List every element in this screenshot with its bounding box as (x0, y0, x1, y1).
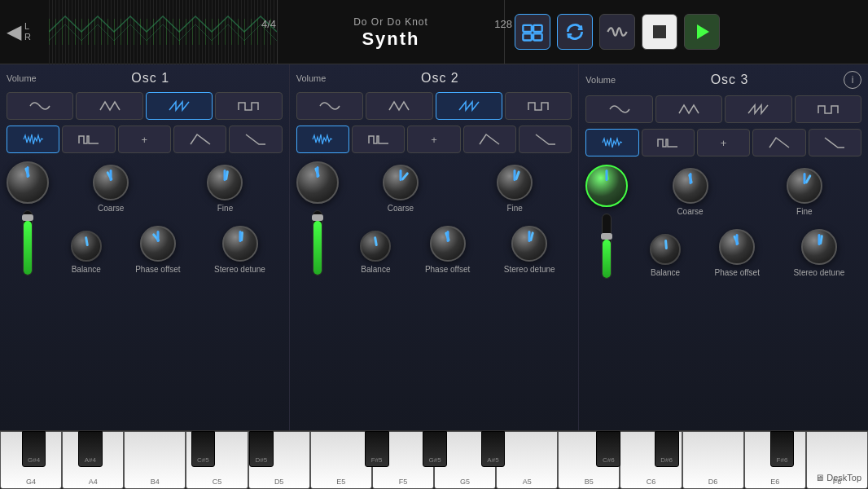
osc1-wave-envd[interactable] (229, 126, 282, 153)
osc2-panel: Volume Osc 2 (290, 64, 580, 430)
osc3-coarse-knob[interactable] (673, 168, 708, 204)
osc2-balance-knob[interactable] (360, 231, 391, 262)
osc2-wave-noise[interactable] (296, 126, 349, 153)
key-As4[interactable]: A#4 (78, 431, 103, 467)
osc1-wave-saw[interactable] (146, 92, 213, 120)
osc1-wave-noise[interactable] (7, 126, 59, 153)
key-A5[interactable]: A5 (496, 431, 558, 489)
key-B4[interactable]: B4 (124, 431, 186, 489)
osc1-coarse-knob[interactable] (93, 165, 129, 200)
osc3-wave-pulse[interactable] (642, 129, 695, 156)
osc3-wave-envd[interactable] (809, 129, 861, 156)
key-F6[interactable]: F6 (806, 431, 868, 489)
play-button[interactable] (684, 14, 720, 50)
osc3-balance-label: Balance (651, 268, 680, 277)
osc3-wave-tri[interactable] (655, 95, 722, 123)
osc3-balance-knob[interactable] (650, 234, 681, 265)
waveform-button[interactable] (599, 14, 635, 50)
osc2-wave-pulse[interactable] (352, 126, 405, 153)
osc3-wave-enva[interactable] (752, 129, 805, 156)
osc2-wave-square[interactable] (505, 92, 572, 120)
lr-labels: L R (24, 21, 31, 42)
key-Gs5[interactable]: G#5 (423, 431, 447, 467)
osc2-wave-enva[interactable] (463, 126, 516, 153)
osc2-title: Osc 2 (326, 71, 554, 86)
key-Cs5[interactable]: C#5 (191, 431, 216, 467)
key-Cs6[interactable]: C#6 (596, 431, 620, 467)
osc2-fine-label: Fine (506, 204, 522, 213)
osc1-wave-buttons (7, 92, 283, 120)
osc1-panel: Volume Osc 1 (0, 64, 290, 430)
sync-button[interactable] (557, 14, 593, 50)
stop-button[interactable] (642, 14, 677, 50)
synth-name: Synth (362, 29, 419, 50)
osc2-phase-knob[interactable] (430, 226, 466, 262)
osc2-vol-label: Volume (296, 73, 327, 83)
osc1-coarse-knob-group: Coarse (93, 165, 129, 213)
key-Gs4[interactable]: G#4 (22, 431, 46, 467)
key-Ds6[interactable]: D#6 (655, 431, 679, 467)
osc1-wave-sine[interactable] (7, 92, 73, 120)
back-button[interactable]: ◀ (7, 20, 21, 43)
osc1-wave-pulse[interactable] (62, 126, 115, 153)
key-Fs6[interactable]: F#6 (770, 431, 795, 467)
osc2-wave-tri[interactable] (366, 92, 432, 120)
key-As5[interactable]: A#5 (481, 431, 506, 467)
osc2-fader[interactable] (313, 210, 322, 275)
osc2-stereo-knob-group: Stereo detune (504, 226, 555, 274)
osc2-wave-saw[interactable] (436, 92, 502, 120)
osc1-phase-knob-group: Phase offset (135, 226, 180, 274)
osc1-fader[interactable] (23, 210, 33, 275)
osc1-wave-tri[interactable] (76, 92, 142, 120)
osc3-stereo-knob-group: Stereo detune (793, 229, 844, 277)
osc1-wave-envplus[interactable]: + (118, 126, 171, 153)
osc3-info-button[interactable]: i (844, 71, 861, 89)
osc2-balance-knob-group: Balance (360, 231, 391, 274)
osc3-phase-knob-group: Phase offset (715, 229, 760, 277)
osc2-balance-label: Balance (361, 265, 390, 274)
osc1-vol-label: Volume (7, 73, 37, 83)
osc3-phase-knob[interactable] (719, 229, 755, 265)
osc1-fine-knob[interactable] (207, 165, 243, 200)
key-D6[interactable]: D6 (682, 431, 744, 489)
svg-marker-5 (697, 24, 709, 39)
osc2-wave-buttons2: + (296, 126, 572, 153)
osc2-header: Volume Osc 2 (296, 71, 572, 86)
osc2-volume-knob[interactable] (296, 161, 339, 204)
osc1-fine-label: Fine (217, 204, 233, 213)
osc1-wave-square[interactable] (215, 92, 282, 120)
osc1-phase-knob[interactable] (140, 226, 176, 262)
osc3-wave-sine[interactable] (585, 95, 652, 123)
song-info: 4/4 Do Or Do Knot 128 Synth (277, 0, 505, 64)
osc3-fine-knob[interactable] (787, 168, 822, 204)
osc2-fine-knob[interactable] (497, 165, 533, 200)
osc1-stereo-knob[interactable] (222, 226, 258, 262)
key-Fs5[interactable]: F#5 (365, 431, 389, 467)
osc3-fader[interactable] (602, 214, 612, 279)
osc3-volume-knob[interactable] (585, 165, 628, 207)
osc1-stereo-knob-group: Stereo detune (214, 226, 265, 274)
osc2-stereo-label: Stereo detune (504, 265, 555, 274)
osc2-stereo-knob[interactable] (511, 226, 547, 262)
osc3-wave-saw[interactable] (725, 95, 791, 123)
waveform-display (49, 0, 277, 64)
osc1-header: Volume Osc 1 (7, 71, 283, 86)
osc3-stereo-knob[interactable] (801, 229, 837, 265)
osc2-wave-envd[interactable] (519, 126, 572, 153)
osc2-wave-sine[interactable] (296, 92, 363, 120)
key-Ds5[interactable]: D#5 (249, 431, 274, 467)
osc3-wave-noise[interactable] (585, 129, 638, 156)
svg-rect-1 (533, 25, 542, 32)
osc2-coarse-knob[interactable] (383, 165, 419, 200)
osc3-balance-knob-group: Balance (650, 234, 681, 277)
key-E5[interactable]: E5 (310, 431, 372, 489)
osc3-title: Osc 3 (616, 73, 844, 87)
loop-toggle-button[interactable] (515, 14, 550, 50)
osc3-wave-envplus[interactable]: + (697, 129, 750, 156)
osc1-volume-knob[interactable] (7, 161, 49, 204)
osc3-coarse-knob-group: Coarse (673, 168, 708, 216)
osc1-balance-knob[interactable] (71, 231, 102, 262)
osc2-wave-envplus[interactable]: + (407, 126, 460, 153)
osc1-wave-enva[interactable] (173, 126, 226, 153)
osc3-wave-square[interactable] (795, 95, 861, 123)
